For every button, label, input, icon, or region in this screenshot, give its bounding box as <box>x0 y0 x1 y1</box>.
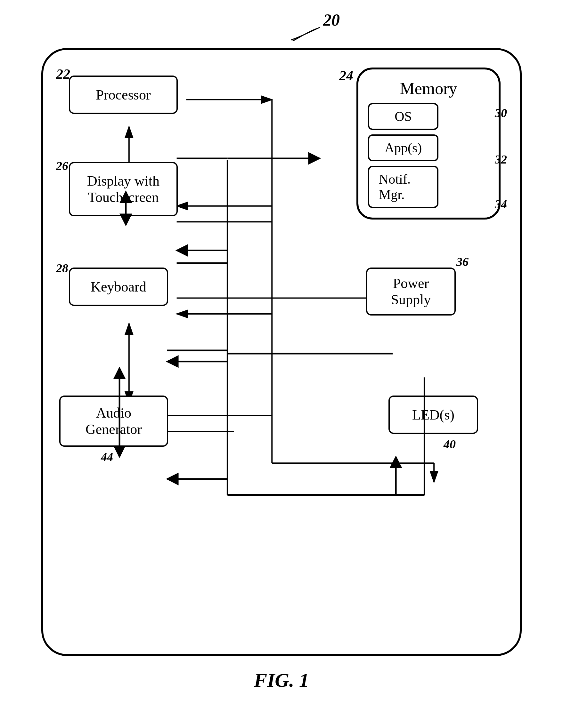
label-26: 26 <box>56 159 68 173</box>
processor-label: Processor <box>96 87 150 103</box>
label-32: 32 <box>495 152 507 166</box>
leds-box: LED(s) <box>389 396 478 434</box>
power-supply-label: Power Supply <box>391 275 431 308</box>
memory-box: Memory OS App(s) Notif. Mgr. <box>357 68 501 220</box>
apps-label: App(s) <box>385 140 422 156</box>
notif-mgr-label: Notif. Mgr. <box>379 172 428 202</box>
audio-generator-label: Audio Generator <box>85 405 142 437</box>
page-container: 20 <box>25 13 538 692</box>
display-box: Display with Touchscreen <box>69 162 178 216</box>
label-28: 28 <box>56 261 68 275</box>
os-label: OS <box>395 109 412 124</box>
audio-generator-box: Audio Generator <box>59 396 168 447</box>
label-44: 44 <box>101 450 113 464</box>
power-supply-box: Power Supply <box>366 268 456 316</box>
memory-title: Memory <box>368 79 489 98</box>
label-30: 30 <box>495 106 507 120</box>
label-40: 40 <box>444 437 456 451</box>
label-22: 22 <box>56 66 70 82</box>
processor-box: Processor <box>69 76 178 114</box>
label-36: 36 <box>456 255 469 269</box>
diagram-title-area: 20 <box>25 13 538 45</box>
label-34: 34 <box>495 197 507 211</box>
display-label: Display with Touchscreen <box>87 173 159 205</box>
keyboard-label: Keyboard <box>91 279 146 295</box>
leds-label: LED(s) <box>412 407 454 423</box>
svg-marker-1 <box>289 38 294 42</box>
os-box: OS <box>368 103 438 130</box>
notif-mgr-box: Notif. Mgr. <box>368 166 438 208</box>
outer-box: 22 Processor Memory OS App(s) Notif. Mgr… <box>41 48 522 656</box>
svg-text:20: 20 <box>323 13 340 29</box>
label-24: 24 <box>339 68 353 84</box>
fig-caption: FIG. 1 <box>254 669 309 692</box>
apps-box: App(s) <box>368 134 438 161</box>
keyboard-box: Keyboard <box>69 268 168 306</box>
